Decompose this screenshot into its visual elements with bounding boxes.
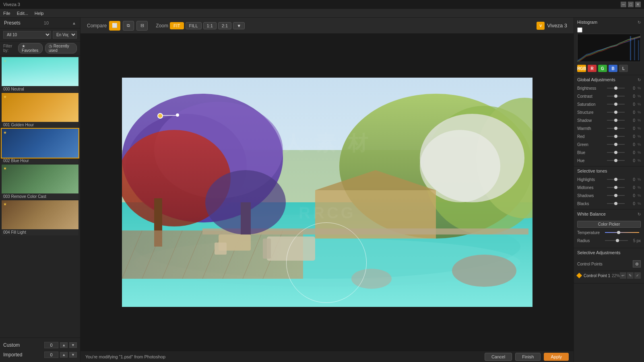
preset-item-neutral[interactable]: ★ 000 Neutral — [2, 57, 78, 92]
wb-radius-slider[interactable] — [605, 240, 628, 241]
adj-warmth-slider[interactable] — [607, 128, 625, 129]
recently-used-filter-btn[interactable]: ◷ Recently used — [45, 43, 77, 53]
adj-red-slider[interactable] — [607, 136, 625, 137]
adj-shadow-slider[interactable] — [607, 120, 625, 121]
presets-all-select[interactable]: All 10 — [3, 31, 51, 39]
adj-blacks-slider[interactable] — [607, 203, 625, 204]
cp-check-btn[interactable]: ✓ — [634, 272, 641, 279]
channel-g-btn[interactable]: G — [598, 65, 607, 72]
svg-rect-29 — [267, 237, 315, 261]
custom-input[interactable] — [44, 342, 58, 348]
cancel-button[interactable]: Cancel — [485, 353, 512, 361]
menu-edit[interactable]: Edit... — [17, 11, 28, 16]
preset-item-golden[interactable]: ★ 001 Golden Hour — [2, 93, 78, 128]
control-point-dot[interactable] — [157, 113, 163, 119]
white-balance-controls: Color Picker Temperature Radius 5 px — [574, 218, 644, 246]
histogram-checkbox[interactable] — [577, 27, 582, 33]
presets-header: Presets 10 ▲ — [0, 18, 80, 29]
adj-blacks: Blacks 0 % — [574, 200, 644, 208]
adj-brightness-pct: % — [635, 86, 641, 90]
favorites-filter-btn[interactable]: ★ Favorites — [18, 43, 43, 53]
preset-list: ★ 000 Neutral ★ 001 Golden Hour ★ 002 Bl… — [0, 56, 80, 337]
window-controls: ─ □ ✕ — [621, 2, 641, 7]
preset-item-remove-cast[interactable]: ★ 003 Remove Color Cast — [2, 165, 78, 200]
main-layout: Presets 10 ▲ All 10 En Vogue 9 Filter by… — [0, 18, 644, 362]
compare-btn-1[interactable]: ⬜ — [109, 21, 120, 31]
adj-midtones-pct: % — [635, 185, 641, 189]
zoom-fill-btn[interactable]: FILL — [186, 22, 202, 29]
canvas-area[interactable]: 人 素 材 RRCG — [80, 34, 574, 351]
custom-down-btn[interactable]: ▼ — [69, 342, 77, 348]
color-picker-btn[interactable]: Color Picker — [577, 221, 641, 228]
selective-adjustments-body: Control Points ⚙ Control Point 1 22% ↩ ✎… — [574, 257, 644, 282]
preset-name-blue-hour: 002 Blue Hour — [2, 158, 78, 164]
status-buttons: Cancel Finish Apply — [485, 353, 569, 361]
zoom-custom-btn[interactable]: ▼ — [233, 22, 245, 29]
adj-structure-slider[interactable] — [607, 112, 625, 113]
adj-midtones-value: 0 — [626, 185, 635, 190]
menu-help[interactable]: Help — [35, 11, 44, 16]
minimize-button[interactable]: ─ — [621, 2, 626, 7]
cp-undo-btn[interactable]: ↩ — [620, 272, 626, 279]
svg-rect-28 — [215, 243, 227, 255]
channel-b-btn[interactable]: B — [609, 65, 617, 72]
zoom-2-1-btn[interactable]: 2:1 — [218, 22, 231, 29]
adj-contrast-pct: % — [635, 94, 641, 98]
adj-green-slider[interactable] — [607, 144, 625, 145]
cp-edit-btn[interactable]: ✎ — [627, 272, 634, 279]
global-adjustments-refresh-icon[interactable]: ↻ — [638, 78, 641, 82]
zoom-group: Zoom FIT FILL 1:1 2:1 ▼ — [156, 22, 245, 29]
adj-brightness-value: 0 — [626, 86, 635, 90]
histogram-refresh-icon[interactable]: ↻ — [638, 20, 641, 25]
adj-highlights-slider[interactable] — [607, 179, 625, 180]
finish-button[interactable]: Finish — [515, 353, 541, 361]
compare-btn-2[interactable]: ⧉ — [123, 21, 134, 31]
adj-brightness: Brightness 0 % — [574, 84, 644, 92]
adj-contrast-slider[interactable] — [607, 96, 625, 97]
adj-warmth-pct: % — [635, 126, 641, 130]
menu-file[interactable]: File — [3, 11, 10, 16]
cp-diamond-icon — [576, 273, 582, 278]
svg-rect-39 — [634, 38, 635, 60]
adj-structure: Structure 0 % — [574, 108, 644, 116]
adj-shadow: Shadow 0 % — [574, 116, 644, 124]
image-svg: 人 素 材 RRCG — [122, 78, 533, 307]
selective-adjustments-header: Selective Adjustments — [574, 248, 644, 257]
adj-structure-pct: % — [635, 110, 641, 114]
presets-collapse-btn[interactable]: ▲ — [72, 21, 76, 25]
custom-up-btn[interactable]: ▲ — [60, 342, 68, 348]
imported-down-btn[interactable]: ▼ — [69, 352, 77, 358]
center-area: Compare ⬜ ⧉ ⊟ Zoom FIT FILL 1:1 2:1 ▼ V … — [80, 18, 574, 362]
adj-saturation-slider[interactable] — [607, 104, 625, 105]
maximize-button[interactable]: □ — [628, 2, 634, 7]
adj-shadows-slider[interactable] — [607, 195, 625, 196]
white-balance-refresh-icon[interactable]: ↻ — [638, 212, 641, 216]
compare-btn-3[interactable]: ⊟ — [136, 21, 148, 31]
preset-name-golden: 001 Golden Hour — [2, 122, 78, 128]
adj-brightness-slider[interactable] — [607, 88, 625, 88]
channel-l-btn[interactable]: L — [619, 65, 628, 72]
imported-input[interactable] — [44, 352, 58, 358]
channel-rgb-btn[interactable]: RGB — [577, 65, 586, 72]
adj-hue-slider[interactable] — [607, 160, 625, 161]
adj-blue-slider[interactable] — [607, 152, 625, 153]
adj-hue-value: 0 — [626, 158, 635, 163]
close-button[interactable]: ✕ — [635, 2, 641, 7]
cp-name-1: Control Point 1 — [584, 274, 612, 278]
app-title: Viveza 3 — [3, 2, 20, 7]
adj-midtones-slider[interactable] — [607, 187, 625, 188]
adj-saturation-label: Saturation — [577, 102, 605, 107]
preset-item-blue-hour[interactable]: ★ 002 Blue Hour — [2, 129, 78, 164]
channel-r-btn[interactable]: R — [588, 65, 597, 72]
presets-category-select[interactable]: En Vogue 9 — [53, 31, 77, 39]
adj-shadows-label: Shadows — [577, 193, 605, 198]
apply-button[interactable]: Apply — [544, 353, 569, 361]
cp-gear-btn[interactable]: ⚙ — [633, 260, 641, 267]
preset-name-fill-light: 004 Fill Light — [2, 229, 78, 235]
adj-contrast-value: 0 — [626, 94, 635, 99]
imported-up-btn[interactable]: ▲ — [60, 352, 68, 358]
wb-temperature-slider[interactable] — [605, 232, 639, 233]
preset-item-fill-light[interactable]: ★ 004 Fill Light — [2, 200, 78, 235]
zoom-fit-btn[interactable]: FIT — [170, 22, 184, 29]
zoom-1-1-btn[interactable]: 1:1 — [203, 22, 217, 29]
